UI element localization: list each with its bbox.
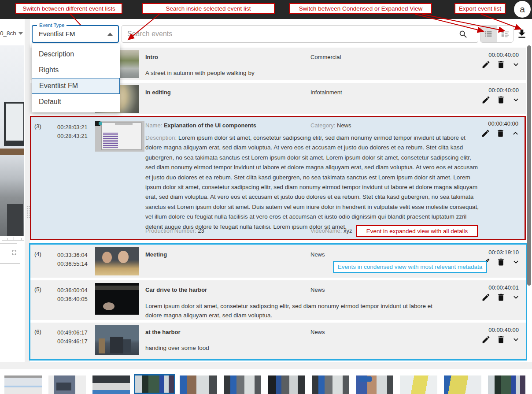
expand-icon[interactable]: [511, 60, 521, 69]
delete-icon[interactable]: [496, 95, 506, 104]
expand-icon[interactable]: [511, 95, 521, 104]
event-category: Commercial: [310, 54, 341, 60]
dropdown-option-default[interactable]: Default: [32, 94, 120, 110]
edit-icon[interactable]: [481, 293, 491, 302]
filmstrip-thumb-3[interactable]: [92, 375, 130, 394]
event-thumbnail-car: [95, 283, 139, 315]
edit-icon[interactable]: [481, 335, 491, 344]
event-timecodes: 00:36:00:04 00:36:40:05: [57, 286, 88, 304]
event-duration: 00:03:19:10: [488, 249, 519, 256]
filmstrip-thumb-12[interactable]: [488, 375, 525, 394]
search-icon[interactable]: [458, 30, 468, 39]
event-duration: 00:00:40:00: [488, 327, 519, 333]
name-label: Name:: [145, 122, 162, 129]
delete-icon[interactable]: [496, 60, 506, 69]
annotation-export: Export event list: [454, 3, 506, 14]
user-avatar[interactable]: a: [514, 1, 531, 18]
timecode-out: 00:28:43:21: [57, 132, 88, 141]
event-row-5[interactable]: (5) 00:36:00:04 00:36:40:05 Car drive to…: [30, 280, 526, 320]
annotation-condensed-view: Events in condensed view with most relev…: [333, 261, 487, 273]
event-duration: 00:00:40:00: [488, 52, 519, 58]
filmstrip-thumb-11[interactable]: [444, 375, 481, 394]
event-type-label: Event Type: [37, 22, 66, 28]
panel-divider: [25, 19, 30, 362]
timecode-in: 00:33:36:04: [57, 251, 88, 260]
annotation-text: Events in condensed view with most relev…: [338, 264, 483, 270]
dropdown-option-rights[interactable]: Rights: [32, 62, 120, 78]
expanded-view-button[interactable]: [497, 26, 513, 42]
production-number-line: Production Number: 23: [145, 227, 204, 234]
edit-icon[interactable]: [481, 60, 491, 69]
event-type-select[interactable]: Event Type Eventlist FM: [32, 25, 119, 43]
annotation-switch-view: Switch between Condensed or Expanded Vie…: [289, 3, 432, 14]
filmstrip-thumb-2[interactable]: [48, 375, 86, 394]
avatar-letter: a: [520, 4, 525, 15]
annotation-search-inside: Search inside selected event list: [142, 3, 275, 14]
search-field: [122, 25, 478, 43]
app-root: Switch between different event lists Sea…: [0, 0, 532, 394]
annotation-text: Switch between different event lists: [22, 5, 115, 12]
annotation-text: Switch between Condensed or Expanded Vie…: [299, 5, 422, 12]
filmstrip-thumb-10[interactable]: [400, 375, 437, 394]
delete-icon[interactable]: [496, 129, 505, 138]
timecode-out: 00:36:55:14: [57, 260, 88, 268]
timecode-out: 00:36:40:05: [57, 295, 88, 304]
event-description: handing over some food: [145, 345, 209, 351]
filmstrip-thumb-5[interactable]: [180, 375, 217, 394]
export-download-icon[interactable]: [516, 28, 528, 40]
event-row-4[interactable]: (4) 00:33:36:04 00:36:55:14 Meeting News…: [30, 245, 526, 278]
event-category: Infotainment: [310, 89, 342, 96]
video-frame-desk: [0, 149, 24, 155]
event-title: Meeting: [145, 251, 167, 258]
timecode-in: 00:36:00:04: [57, 286, 88, 295]
event-thumbnail-harbor: [95, 325, 139, 355]
bottom-band: [0, 362, 532, 369]
event-row-3-expanded[interactable]: (3) 00:28:03:21 00:28:43:21 Name: Explan…: [30, 116, 526, 240]
timecode-out: 00:49:46:17: [57, 337, 88, 346]
delete-icon[interactable]: [496, 257, 506, 267]
video-preview[interactable]: [0, 45, 24, 236]
list-scrollbar[interactable]: [527, 45, 531, 286]
filmstrip-thumb-7[interactable]: [268, 375, 305, 394]
condensed-view-button[interactable]: [480, 26, 497, 42]
annotation-expanded-view: Event in expanded view with all details: [356, 225, 478, 237]
event-number: (4): [34, 251, 41, 257]
timecode-in: 00:28:03:21: [57, 123, 88, 132]
edit-icon[interactable]: [481, 129, 490, 138]
event-title: in editing: [145, 89, 171, 96]
video-name-value: xyz: [344, 227, 352, 234]
list-view-icon: [484, 29, 493, 39]
event-category-line: Category: News: [310, 122, 351, 129]
divider-line: [0, 263, 20, 264]
search-input[interactable]: [127, 26, 453, 42]
event-category: News: [310, 286, 325, 293]
timeline-ruler: [2, 237, 24, 241]
event-duration: 00:00:40:00: [488, 120, 518, 127]
annotation-text: Export event list: [459, 5, 501, 12]
event-category: News: [310, 251, 325, 258]
dropdown-option-eventlist-fm[interactable]: Eventlist FM: [32, 78, 120, 94]
annotation-text: Event in expanded view with all details: [366, 228, 468, 234]
expand-icon[interactable]: [511, 335, 521, 344]
detail-view-icon: [500, 29, 510, 39]
channel-label: 0_8ch: [0, 30, 16, 37]
collapse-icon[interactable]: [511, 129, 520, 138]
annotation-text: Search inside selected event list: [166, 5, 251, 12]
fullscreen-icon[interactable]: [11, 249, 18, 256]
channel-selector[interactable]: 0_8ch: [0, 30, 23, 37]
dropdown-option-description[interactable]: Description: [32, 46, 120, 62]
expand-icon[interactable]: [511, 293, 521, 302]
delete-icon[interactable]: [496, 293, 506, 302]
filmstrip-thumb-8[interactable]: [312, 375, 349, 394]
delete-icon[interactable]: [496, 335, 506, 344]
filmstrip-thumb-9[interactable]: [356, 375, 393, 394]
edit-icon[interactable]: [481, 95, 491, 104]
chevron-up-icon: [107, 33, 113, 36]
event-row-6[interactable]: (6) 00:49:06:17 00:49:46:17 at the harbo…: [30, 323, 526, 359]
filmstrip-thumb-4-selected[interactable]: [134, 374, 175, 394]
video-frame-laptop: [4, 102, 24, 146]
filmstrip-thumb-1[interactable]: [4, 375, 42, 394]
event-thumbnail-ui-screenshot: [95, 121, 144, 152]
filmstrip-thumb-6[interactable]: [224, 375, 261, 394]
expand-icon[interactable]: [511, 257, 521, 267]
